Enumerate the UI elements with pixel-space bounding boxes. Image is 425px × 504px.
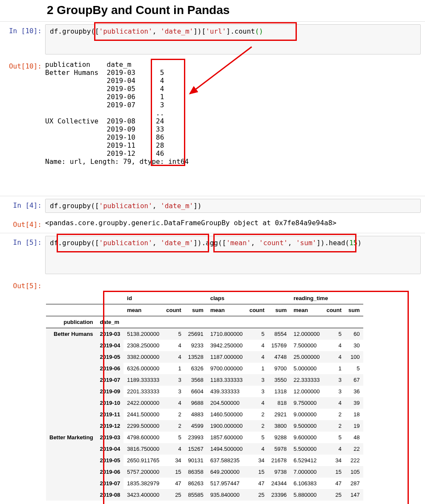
cell: 15267 — [185, 443, 207, 455]
cell: 4 — [246, 397, 268, 409]
cell: 287 — [345, 478, 363, 489]
row-date: 2019-09 — [97, 386, 124, 397]
row-publication — [46, 466, 97, 478]
tok: , — [251, 239, 259, 247]
code-input-10[interactable]: df.groupby(['publication', 'date_m'])['u… — [45, 24, 421, 54]
cell-5: In [5]: df.groupby(['publication', 'date… — [0, 233, 425, 292]
tok: 'date_m' — [161, 202, 193, 210]
out-prompt: Out[5]: — [4, 279, 45, 290]
cell: 5 — [323, 432, 345, 443]
cell: 3423.400000 — [123, 489, 163, 501]
cell: 85585 — [185, 489, 207, 501]
tok: .groupby — [58, 239, 91, 247]
cell: 4 — [323, 351, 345, 363]
row-publication — [46, 478, 97, 489]
cell: 2 — [323, 409, 345, 420]
cell: 4883 — [185, 409, 207, 420]
cell: 2299.500000 — [123, 420, 163, 432]
tok: ([ — [218, 239, 226, 247]
cell: 6326 — [185, 363, 207, 374]
cell: 3568 — [185, 374, 207, 386]
result-table: id claps reading_time mean count sum mea… — [46, 292, 363, 501]
cell: 2921 — [268, 409, 290, 420]
cell: 3 — [323, 374, 345, 386]
table-row: 2019-042308.250000492333942.250000415769… — [46, 340, 363, 351]
row-publication — [46, 351, 97, 363]
sub: count — [246, 304, 268, 316]
tok: ) — [358, 239, 362, 247]
out-footer: Name: url, Length: 79, dtype: int64 — [45, 158, 189, 166]
cell: 5 — [246, 328, 268, 340]
cell: 1 — [246, 363, 268, 374]
cell: 1835.382979 — [123, 478, 163, 489]
code-input-4[interactable]: df.groupby(['publication', 'date_m']) — [45, 199, 421, 213]
tok: 'count' — [259, 239, 287, 247]
tok: ] — [226, 27, 230, 35]
cell: 15 — [163, 466, 184, 478]
tok: ([ — [91, 202, 99, 210]
cell: 5.500000 — [290, 443, 323, 455]
cell: 34 — [323, 455, 345, 466]
cell: 3 — [163, 374, 184, 386]
header-row-sub: mean count sum mean count sum mean count… — [46, 304, 363, 316]
cell: 2308.250000 — [123, 340, 163, 351]
cell: 9.750000 — [290, 397, 323, 409]
table-row: 2019-071835.3829794786263517.95744747243… — [46, 478, 363, 489]
cell: 2 — [163, 420, 184, 432]
cell: 9233 — [185, 340, 207, 351]
cell: 23993 — [185, 432, 207, 443]
cell: 147 — [345, 489, 363, 501]
out-prompt: Out[10]: — [4, 60, 45, 70]
row-date: 2019-11 — [97, 409, 124, 420]
cell: 5 — [246, 432, 268, 443]
cell: 60 — [345, 328, 363, 340]
cell: 9738 — [268, 466, 290, 478]
cell: 6604 — [185, 386, 207, 397]
cell: 9.600000 — [290, 432, 323, 443]
cell: 3 — [163, 386, 184, 397]
cell: 5 — [163, 328, 184, 340]
row-publication — [46, 409, 97, 420]
cell: 517.957447 — [207, 478, 246, 489]
row-date: 2019-12 — [97, 420, 124, 432]
tok: ])[ — [193, 27, 206, 35]
tok: .groupby — [58, 202, 91, 210]
cell: 1710.800000 — [207, 328, 246, 340]
tok: .groupby — [58, 27, 91, 35]
row-publication — [46, 397, 97, 409]
table-row: 2019-052650.9117653490131637.58823534216… — [46, 455, 363, 466]
cell: 8554 — [268, 328, 290, 340]
cell: 34 — [163, 455, 184, 466]
tok: .head — [324, 239, 345, 247]
sub: mean — [123, 304, 163, 316]
section-heading: 2 GroupBy and Count in Pandas — [47, 3, 425, 17]
cell: 100 — [345, 351, 363, 363]
row-publication — [46, 420, 97, 432]
row-date: 2019-03 — [97, 432, 124, 443]
sub: sum — [185, 304, 207, 316]
cell: 4 — [323, 443, 345, 455]
cell: 25 — [323, 489, 345, 501]
tok: 15 — [349, 239, 357, 247]
col-rt: reading_time — [290, 292, 363, 304]
tok: 'sum' — [296, 239, 316, 247]
tok: , — [152, 202, 161, 210]
cell: 439.333333 — [207, 386, 246, 397]
cell: 9288 — [268, 432, 290, 443]
tok: 'mean' — [226, 239, 251, 247]
row-date: 2019-05 — [97, 455, 124, 466]
cell: 9700.000000 — [207, 363, 246, 374]
cell: 15 — [246, 466, 268, 478]
code-input-5[interactable]: df.groupby(['publication', 'date_m']).ag… — [45, 236, 421, 274]
cell: 6.106383 — [290, 478, 323, 489]
row-publication — [46, 455, 97, 466]
cell: 18 — [345, 409, 363, 420]
table-row: 2019-065757.2000001586358649.20000015973… — [46, 466, 363, 478]
sub: mean — [290, 304, 323, 316]
tok: ( — [345, 239, 350, 247]
cell: 1460.500000 — [207, 409, 246, 420]
cell: 4 — [246, 351, 268, 363]
cell: 1494.500000 — [207, 443, 246, 455]
cell: 637.588235 — [207, 455, 246, 466]
row-date: 2019-06 — [97, 466, 124, 478]
